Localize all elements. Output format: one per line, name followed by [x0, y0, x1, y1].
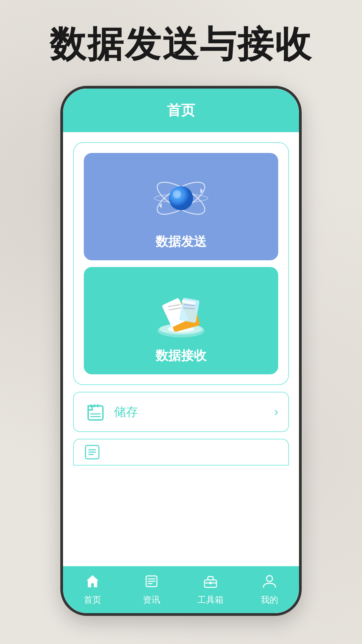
storage-chevron-icon: › — [274, 405, 278, 419]
receive-icon-area — [84, 267, 278, 358]
phone-header: 首页 — [63, 89, 299, 132]
nav-mine[interactable]: 我的 — [253, 574, 286, 606]
sd-card-svg — [85, 402, 106, 422]
svg-rect-19 — [88, 406, 103, 420]
svg-rect-21 — [90, 405, 92, 407]
nav-tools[interactable]: 工具箱 — [194, 574, 227, 606]
receive-icon — [147, 284, 215, 341]
page-title: 数据发送与接收 — [50, 20, 312, 69]
header-title: 首页 — [167, 101, 195, 120]
nav-news-label: 资讯 — [143, 594, 160, 606]
nav-tools-label: 工具箱 — [197, 594, 224, 606]
svg-rect-23 — [97, 405, 99, 407]
bottom-nav: 首页 资讯 — [63, 566, 299, 613]
nav-news[interactable]: 资讯 — [135, 574, 168, 606]
send-icon-area — [84, 153, 278, 244]
globe-icon — [151, 168, 211, 228]
partial-icon — [84, 444, 101, 461]
storage-row[interactable]: 储存 › — [73, 392, 289, 432]
nav-home-label: 首页 — [84, 594, 101, 606]
phone-frame: 首页 — [60, 86, 302, 616]
nav-mine-label: 我的 — [261, 594, 278, 606]
svg-rect-22 — [94, 405, 96, 407]
receive-card-label: 数据接收 — [156, 347, 206, 364]
phone-content: 数据发送 — [63, 132, 299, 566]
svg-rect-37 — [209, 582, 212, 584]
svg-marker-30 — [86, 575, 99, 587]
data-receive-card[interactable]: 数据接收 — [84, 267, 278, 374]
svg-point-3 — [169, 186, 193, 210]
storage-label: 储存 — [114, 404, 274, 420]
svg-point-4 — [173, 190, 181, 198]
data-send-card[interactable]: 数据发送 — [84, 153, 278, 260]
home-icon — [85, 574, 100, 592]
partial-row — [73, 439, 289, 466]
feature-cards-container: 数据发送 — [73, 142, 289, 385]
sd-card-icon — [84, 400, 107, 424]
news-icon — [144, 574, 159, 592]
svg-point-38 — [266, 576, 273, 582]
nav-home[interactable]: 首页 — [76, 574, 109, 606]
send-card-label: 数据发送 — [156, 233, 206, 250]
toolbox-icon — [203, 574, 218, 592]
profile-icon — [262, 574, 277, 592]
